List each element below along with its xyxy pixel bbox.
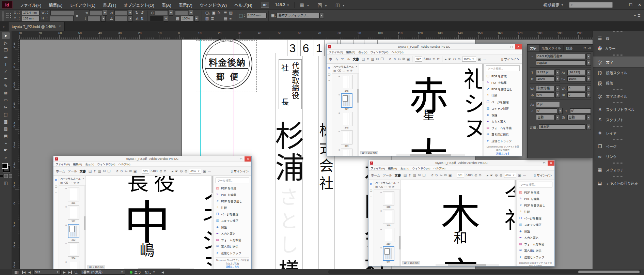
document-tab[interactable]: toyota T_P2.indd @ 146% × (8, 22, 65, 31)
page-thumbnail[interactable]: ⊕331 (62, 187, 82, 204)
minimize-button[interactable]: ─ (534, 161, 541, 166)
y-field[interactable]: 135 mm (22, 16, 40, 21)
flip-h-icon[interactable]: ⇄ (135, 16, 138, 21)
page-thumbnails-icon[interactable]: ⧉ (55, 179, 57, 182)
dropdown-arrow[interactable]: ▼ (555, 76, 560, 82)
dock-chevrons[interactable]: » (3, 25, 5, 29)
page-number-dropdown[interactable]: 343▼ (33, 270, 61, 275)
footer-link[interactable]: 詳細はこちら (496, 152, 509, 155)
toolbar-icon[interactable]: ✂ (440, 173, 442, 177)
tool-item[interactable]: ◈保護 (519, 228, 552, 234)
acrobat-tab-ホーム[interactable]: ホーム (56, 169, 65, 173)
thumbnail-tool-icon[interactable]: ⟳ (350, 69, 352, 72)
signin-button[interactable]: ▯サインイン (534, 173, 552, 178)
thumbnails-close-icon[interactable]: × (83, 177, 84, 180)
thumbnails-scrollbar[interactable] (399, 190, 400, 266)
page-thumbnail[interactable]: ⊕352 (377, 265, 397, 266)
free-transform-tool[interactable]: ⬚ (2, 111, 10, 118)
tool-item[interactable]: ❐ページを整理 (216, 211, 249, 217)
tool-item[interactable]: ▤フォームを準備 (486, 124, 520, 131)
toolbar-icon[interactable]: ✉ (418, 173, 421, 177)
tool-item[interactable]: ✎PDF を編集 (519, 195, 552, 202)
dock-grip[interactable] (593, 175, 644, 178)
page-thumbnail[interactable]: ⊕347 (335, 93, 356, 110)
dropdown-arrow[interactable]: ▼ (555, 114, 560, 120)
rotate-icon[interactable]: ⟲ (433, 57, 435, 61)
view-option-icon[interactable]: ◫ ▼ (335, 2, 345, 7)
content-hscrollbar[interactable] (436, 264, 499, 266)
view-icon[interactable]: ▣ (203, 169, 206, 173)
tool-item[interactable]: ❝注釈 (519, 208, 552, 215)
page-thumbnails-icon[interactable]: ⧉ (370, 183, 372, 186)
toolbar-icon[interactable]: ↻ (435, 173, 438, 177)
tool-item[interactable]: ❐ページを整理 (486, 98, 520, 105)
acrobat-menu[interactable]: 編集(E) (388, 166, 397, 170)
object-style-field[interactable]: [基本グラフィックフ... (277, 13, 319, 18)
preflight-profile-icon[interactable]: ❏, (75, 271, 78, 274)
thumbnail-tool-icon[interactable]: ▦ (333, 69, 336, 72)
reference-point-proxy[interactable] (6, 13, 12, 18)
vertical-ruler[interactable]: 80706050403020100102030 (12, 39, 20, 269)
dropdown-arrow[interactable]: ▼ (558, 108, 563, 114)
zoom-tool[interactable]: ⌕ (2, 154, 10, 161)
kana-auto-field[interactable]: 自動 (567, 115, 586, 120)
dock-grip[interactable] (593, 101, 644, 104)
toolbar-icon[interactable]: ↻ (120, 169, 123, 173)
thumbnail-tool-icon[interactable]: ▦ (375, 185, 378, 188)
view-icon[interactable]: ▣ (518, 173, 521, 177)
apply-color-button[interactable] (0, 174, 3, 178)
tab-close-icon[interactable]: × (59, 25, 61, 28)
toolbar-icon[interactable]: ▤ (362, 57, 365, 61)
toolbar-icon[interactable]: ✂ (398, 57, 400, 61)
wrap-none-icon[interactable]: ≣ (224, 11, 227, 15)
thumbnails-close-icon[interactable]: × (398, 181, 399, 184)
dropdown-arrow[interactable]: ▼ (101, 16, 106, 21)
dropdown-arrow[interactable]: ▼ (586, 60, 591, 66)
acrobat-menu[interactable]: 表示(V) (358, 50, 367, 54)
thumbnail-tool-icon[interactable]: ⟳ (77, 181, 79, 184)
dock-grip[interactable] (593, 125, 644, 128)
toolbar-icon[interactable]: ▤ (89, 169, 92, 173)
h-field[interactable] (50, 16, 74, 21)
minimize-button[interactable]: ─ (617, 1, 626, 8)
kerning-field[interactable]: 和文等幅 (536, 86, 554, 91)
thumbnail-tool-icon[interactable]: ⟲ (388, 185, 391, 188)
tool-item[interactable]: ✎PDF を編集 (486, 79, 520, 86)
menu-ヘルプ[interactable]: ヘルプ(H) (231, 2, 256, 8)
thumbnail-tool-icon[interactable]: ⟲ (73, 181, 76, 184)
toolbar-icon[interactable]: ⧉ (444, 173, 447, 177)
dock-grip[interactable] (593, 162, 644, 165)
shear-field[interactable] (114, 16, 127, 21)
leading-field[interactable]: (16.122) (567, 70, 586, 75)
dock-item-stroke[interactable]: ☰線 (593, 33, 644, 43)
dropdown-arrow[interactable]: ▼ (128, 10, 132, 16)
content-vscrollbar[interactable] (515, 180, 516, 266)
tool-item[interactable]: ➤送信とトラック (519, 254, 552, 260)
gap-field[interactable]: 4.233 mm (246, 13, 267, 18)
page-thumbnail[interactable]: ⊕334 (62, 242, 82, 259)
pointer-icon[interactable]: ⊕ (185, 169, 187, 173)
rotation-field[interactable] (114, 10, 127, 15)
bookmarks-icon[interactable]: ❏ (370, 189, 372, 192)
content-hscrollbar[interactable] (396, 154, 465, 156)
zoom-level-dropdown[interactable]: 146.3▼ (275, 2, 289, 7)
constrain-proportions-icon[interactable]: ∞ (76, 14, 79, 18)
gap-stepper[interactable]: ▲▼ (244, 14, 246, 17)
tool-item[interactable]: ➤送信とトラック (216, 249, 249, 256)
bookmarks-icon[interactable]: ❏ (328, 73, 330, 76)
view-icon[interactable]: ▣ (478, 57, 481, 61)
thumbnail-tool-icon[interactable]: ⌫ (64, 181, 68, 184)
tool-item[interactable]: ✒入力と署名 (216, 230, 249, 236)
dock-item-scripts[interactable]: Sスクリプト (593, 114, 644, 125)
toolbar-icon[interactable]: ⇑ (408, 173, 411, 177)
aki-right-field[interactable]: 0 (567, 92, 586, 97)
opacity-field[interactable]: 100% (181, 16, 194, 21)
toolbar-icon[interactable]: ↻ (393, 57, 396, 61)
thumbnails-scrollbar[interactable] (84, 186, 85, 270)
toolbar-icon[interactable]: ↺ (389, 57, 391, 61)
y-stepper[interactable]: ▲▼ (18, 17, 21, 20)
signin-button[interactable]: ▯サインイン (501, 57, 519, 61)
gradient-tool[interactable]: ▩ (2, 118, 10, 125)
page-thumbnail[interactable]: ⊕333 (62, 224, 82, 241)
skew-field[interactable]: 0° (536, 108, 557, 113)
